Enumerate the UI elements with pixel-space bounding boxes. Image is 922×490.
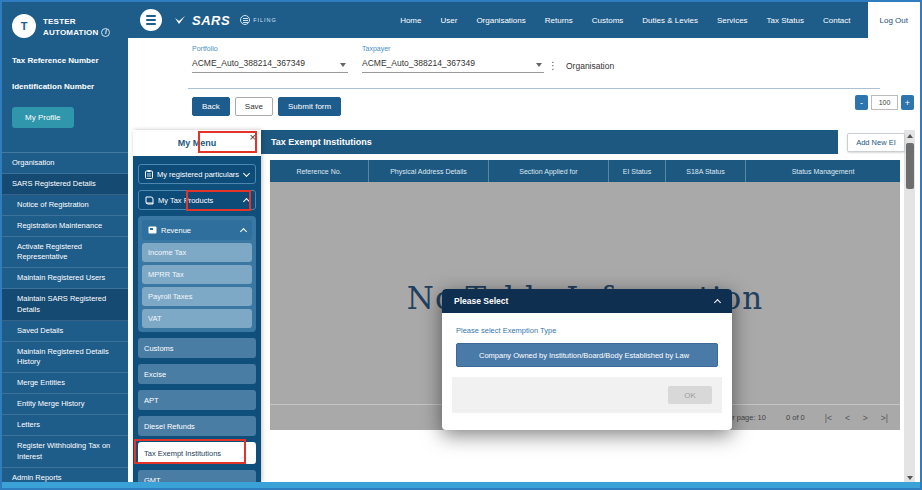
taxpayer-field: Taxpayer ACME_Auto_388214_367349 [362, 45, 544, 73]
info-icon[interactable]: i [101, 28, 110, 37]
sidebar-item-register-withholding-tax[interactable]: Register Withholding Tax on Interest [2, 436, 128, 467]
modal-header: Please Select [442, 289, 732, 313]
prev-page-button[interactable]: < [845, 413, 850, 423]
pagination-controls: |< < > >| [825, 413, 888, 423]
efiling-logo: FILING [240, 15, 277, 25]
sidebar-item-saved-details[interactable]: Saved Details [2, 321, 128, 342]
menu-vat[interactable]: VAT [142, 309, 252, 328]
menu-revenue[interactable]: Revenue [142, 220, 252, 240]
zoom-level-value: 100 [871, 95, 898, 110]
sidebar-item-letters[interactable]: Letters [2, 415, 128, 436]
my-menu-body: My registered particulars My Tax Product… [133, 156, 261, 482]
col-section-applied: Section Applied for [489, 160, 609, 182]
bottom-border-strip [2, 482, 920, 488]
sidebar-item-activate-registered-representative[interactable]: Activate Registered Representative [2, 237, 128, 268]
avatar: T [12, 14, 36, 38]
more-vertical-icon[interactable]: ⋮ [548, 60, 558, 71]
zoom-out-button[interactable]: - [855, 95, 868, 110]
scroll-up-icon[interactable] [907, 134, 913, 138]
nav-organisations[interactable]: Organisations [476, 16, 525, 25]
my-menu-title: My Menu [178, 138, 217, 148]
sidebar-item-organisation[interactable]: Organisation [2, 153, 128, 174]
add-new-ei-button[interactable]: Add New EI [847, 133, 905, 152]
portfolio-select[interactable]: ACME_Auto_388214_367349 [192, 55, 348, 73]
menu-payroll-taxes[interactable]: Payroll Taxes [142, 287, 252, 306]
sidebar-item-merge-entities[interactable]: Merge Entities [2, 373, 128, 394]
menu-mprr-tax[interactable]: MPRR Tax [142, 265, 252, 284]
nav-duties-levies[interactable]: Duties & Levies [642, 16, 698, 25]
nav-contact[interactable]: Contact [823, 16, 851, 25]
sidebar-item-maintain-sars-registered-details[interactable]: Maintain SARS Registered Details [2, 289, 128, 320]
logout-button[interactable]: Log Out [868, 2, 920, 38]
sidebar-item-entity-merge-history[interactable]: Entity Merge History [2, 394, 128, 415]
brand-logo: SARS FILING [174, 13, 277, 28]
form-actions-row: Back Save Submit form - 100 + [128, 92, 920, 126]
sidebar-item-maintain-registered-details-history[interactable]: Maintain Registered Details History [2, 342, 128, 373]
col-reference-no: Reference No. [270, 160, 369, 182]
vertical-scrollbar[interactable] [904, 130, 915, 484]
chevron-up-icon[interactable] [714, 298, 721, 305]
col-physical-address: Physical Address Details [369, 160, 489, 182]
portfolio-taxpayer-row: Portfolio ACME_Auto_388214_367349 Taxpay… [128, 38, 920, 92]
book-icon [145, 196, 154, 205]
zoom-in-button[interactable]: + [901, 95, 914, 110]
menu-gmt[interactable]: GMT [138, 470, 256, 482]
scrollbar-thumb[interactable] [906, 143, 914, 189]
exemption-type-prompt: Please select Exemption Type [456, 326, 718, 335]
menu-apt[interactable]: APT [138, 390, 256, 410]
next-page-button[interactable]: > [863, 413, 868, 423]
my-profile-button[interactable]: My Profile [12, 107, 74, 128]
first-page-button[interactable]: |< [825, 413, 832, 423]
nav-services[interactable]: Services [717, 16, 748, 25]
sidebar-item-notice-of-registration[interactable]: Notice of Registration [2, 195, 128, 216]
chevron-up-icon [240, 227, 247, 234]
sars-check-icon [174, 15, 186, 26]
portfolio-field: Portfolio ACME_Auto_388214_367349 [192, 45, 348, 73]
nav-tax-status[interactable]: Tax Status [767, 16, 804, 25]
page-title: Tax Exempt Institutions [271, 137, 372, 147]
back-button[interactable]: Back [192, 97, 230, 116]
clipboard-icon [145, 170, 153, 179]
my-menu-header: My Menu × [133, 130, 261, 156]
user-card: T TESTER AUTOMATIONi [2, 2, 128, 39]
nav-returns[interactable]: Returns [545, 16, 573, 25]
nav-home[interactable]: Home [400, 16, 421, 25]
sidebar-item-sars-registered-details[interactable]: SARS Registered Details [2, 174, 128, 195]
menu-customs[interactable]: Customs [138, 338, 256, 358]
user-name: TESTER AUTOMATIONi [43, 14, 122, 39]
nav-user[interactable]: User [440, 16, 457, 25]
sidebar-item-maintain-registered-users[interactable]: Maintain Registered Users [2, 268, 128, 289]
identification-number-label: Identification Number [2, 82, 128, 91]
my-menu-panel: My Menu × My registered particulars My T… [133, 130, 261, 482]
menu-my-tax-products[interactable]: My Tax Products [138, 190, 256, 210]
content-title-bar: Tax Exempt Institutions [261, 130, 838, 154]
hamburger-menu-icon[interactable] [140, 9, 162, 31]
menu-income-tax[interactable]: Income Tax [142, 243, 252, 262]
col-ei-status: EI Status [609, 160, 666, 182]
modal-body: Please select Exemption Type Company Own… [442, 313, 732, 367]
dropdown-arrow-icon [340, 63, 346, 67]
close-icon[interactable]: × [250, 132, 256, 143]
zoom-control: - 100 + [855, 95, 914, 110]
nav-customs[interactable]: Customs [592, 16, 624, 25]
scroll-down-icon[interactable] [907, 476, 913, 480]
please-select-modal: Please Select Please select Exemption Ty… [442, 289, 732, 430]
card-icon [148, 226, 157, 234]
menu-excise[interactable]: Excise [138, 364, 256, 384]
menu-my-registered-particulars[interactable]: My registered particulars [138, 164, 256, 184]
last-page-button[interactable]: >| [881, 413, 888, 423]
save-button[interactable]: Save [235, 97, 273, 116]
taxpayer-label: Taxpayer [362, 45, 544, 52]
menu-diesel-refunds[interactable]: Diesel Refunds [138, 416, 256, 436]
taxpayer-select[interactable]: ACME_Auto_388214_367349 [362, 55, 544, 73]
submit-form-button[interactable]: Submit form [278, 97, 341, 116]
ok-button[interactable]: OK [668, 386, 712, 404]
portfolio-label: Portfolio [192, 45, 348, 52]
sidebar: T TESTER AUTOMATIONi Tax Reference Numbe… [2, 2, 128, 482]
exemption-type-option[interactable]: Company Owned by Institution/Board/Body … [456, 343, 718, 367]
organisation-group: ⋮ Organisation [548, 60, 614, 71]
menu-tax-exempt-institutions[interactable]: Tax Exempt Institutions [138, 442, 256, 464]
page-range-label: 0 of 0 [786, 413, 805, 422]
sidebar-item-registration-maintenance[interactable]: Registration Maintenance [2, 216, 128, 237]
modal-footer: OK [452, 377, 722, 413]
